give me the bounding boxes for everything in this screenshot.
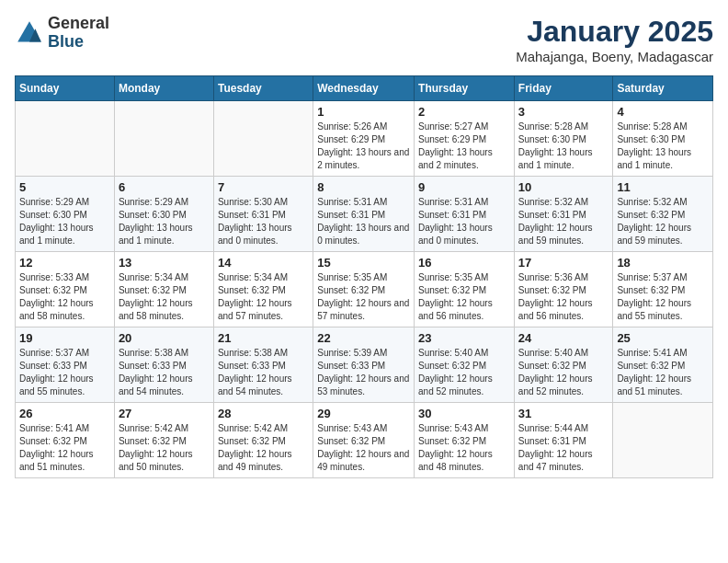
logo-icon	[15, 18, 44, 48]
day-info: Sunrise: 5:31 AM Sunset: 6:31 PM Dayligh…	[418, 196, 510, 247]
day-number: 17	[518, 256, 609, 270]
day-info: Sunrise: 5:40 AM Sunset: 6:32 PM Dayligh…	[418, 347, 510, 398]
day-cell	[16, 101, 115, 177]
day-cell: 25Sunrise: 5:41 AM Sunset: 6:32 PM Dayli…	[613, 327, 713, 403]
day-number: 25	[617, 331, 709, 345]
day-cell: 22Sunrise: 5:39 AM Sunset: 6:33 PM Dayli…	[313, 327, 415, 403]
day-info: Sunrise: 5:43 AM Sunset: 6:32 PM Dayligh…	[317, 422, 410, 474]
weekday-header-thursday: Thursday	[415, 76, 515, 101]
day-info: Sunrise: 5:41 AM Sunset: 6:32 PM Dayligh…	[617, 347, 709, 398]
day-cell: 9Sunrise: 5:31 AM Sunset: 6:31 PM Daylig…	[415, 177, 515, 252]
weekday-header-saturday: Saturday	[613, 76, 713, 101]
day-info: Sunrise: 5:36 AM Sunset: 6:32 PM Dayligh…	[518, 271, 609, 323]
logo-blue: Blue	[48, 33, 109, 52]
day-number: 30	[418, 407, 510, 420]
day-info: Sunrise: 5:26 AM Sunset: 6:29 PM Dayligh…	[317, 121, 410, 172]
day-cell	[213, 101, 313, 177]
day-info: Sunrise: 5:34 AM Sunset: 6:32 PM Dayligh…	[218, 271, 309, 323]
day-number: 26	[19, 407, 110, 420]
day-info: Sunrise: 5:37 AM Sunset: 6:32 PM Dayligh…	[617, 271, 709, 323]
day-cell: 3Sunrise: 5:28 AM Sunset: 6:30 PM Daylig…	[514, 101, 613, 177]
day-number: 12	[19, 256, 110, 270]
calendar-table: SundayMondayTuesdayWednesdayThursdayFrid…	[15, 75, 713, 478]
day-cell: 16Sunrise: 5:35 AM Sunset: 6:32 PM Dayli…	[415, 252, 515, 327]
day-number: 4	[617, 105, 709, 119]
day-cell: 28Sunrise: 5:42 AM Sunset: 6:32 PM Dayli…	[213, 403, 313, 478]
day-cell: 6Sunrise: 5:29 AM Sunset: 6:30 PM Daylig…	[114, 177, 213, 252]
day-number: 28	[218, 407, 309, 420]
day-info: Sunrise: 5:29 AM Sunset: 6:30 PM Dayligh…	[19, 196, 110, 247]
day-cell: 18Sunrise: 5:37 AM Sunset: 6:32 PM Dayli…	[613, 252, 713, 327]
day-number: 24	[518, 331, 609, 345]
day-cell: 11Sunrise: 5:32 AM Sunset: 6:32 PM Dayli…	[613, 177, 713, 252]
day-number: 19	[19, 331, 110, 345]
day-info: Sunrise: 5:35 AM Sunset: 6:32 PM Dayligh…	[317, 271, 410, 323]
week-row-0: 1Sunrise: 5:26 AM Sunset: 6:29 PM Daylig…	[16, 101, 713, 177]
day-number: 3	[518, 105, 609, 119]
title-block: January 2025 Mahajanga, Boeny, Madagasca…	[516, 15, 713, 64]
logo: General Blue	[15, 15, 109, 52]
day-number: 18	[617, 256, 709, 270]
day-cell: 1Sunrise: 5:26 AM Sunset: 6:29 PM Daylig…	[313, 101, 415, 177]
day-info: Sunrise: 5:33 AM Sunset: 6:32 PM Dayligh…	[19, 271, 110, 323]
day-number: 14	[218, 256, 309, 270]
day-cell: 19Sunrise: 5:37 AM Sunset: 6:33 PM Dayli…	[16, 327, 115, 403]
day-info: Sunrise: 5:32 AM Sunset: 6:32 PM Dayligh…	[617, 196, 709, 247]
day-number: 1	[317, 105, 410, 119]
weekday-header-monday: Monday	[114, 76, 213, 101]
day-cell: 17Sunrise: 5:36 AM Sunset: 6:32 PM Dayli…	[514, 252, 613, 327]
day-cell: 14Sunrise: 5:34 AM Sunset: 6:32 PM Dayli…	[213, 252, 313, 327]
day-info: Sunrise: 5:40 AM Sunset: 6:32 PM Dayligh…	[518, 347, 609, 398]
calendar-title: January 2025	[516, 15, 713, 49]
day-cell: 31Sunrise: 5:44 AM Sunset: 6:31 PM Dayli…	[514, 403, 613, 478]
day-number: 7	[218, 180, 309, 194]
day-number: 10	[518, 180, 609, 194]
day-info: Sunrise: 5:38 AM Sunset: 6:33 PM Dayligh…	[218, 347, 309, 398]
calendar-subtitle: Mahajanga, Boeny, Madagascar	[516, 49, 713, 64]
day-info: Sunrise: 5:37 AM Sunset: 6:33 PM Dayligh…	[19, 347, 110, 398]
logo-text: General Blue	[48, 15, 109, 52]
day-info: Sunrise: 5:30 AM Sunset: 6:31 PM Dayligh…	[218, 196, 309, 247]
day-cell: 29Sunrise: 5:43 AM Sunset: 6:32 PM Dayli…	[313, 403, 415, 478]
day-info: Sunrise: 5:34 AM Sunset: 6:32 PM Dayligh…	[119, 271, 210, 323]
day-cell: 15Sunrise: 5:35 AM Sunset: 6:32 PM Dayli…	[313, 252, 415, 327]
day-cell: 10Sunrise: 5:32 AM Sunset: 6:31 PM Dayli…	[514, 177, 613, 252]
week-row-4: 26Sunrise: 5:41 AM Sunset: 6:32 PM Dayli…	[16, 403, 713, 478]
day-cell: 26Sunrise: 5:41 AM Sunset: 6:32 PM Dayli…	[16, 403, 115, 478]
weekday-header-row: SundayMondayTuesdayWednesdayThursdayFrid…	[16, 76, 713, 101]
day-info: Sunrise: 5:35 AM Sunset: 6:32 PM Dayligh…	[418, 271, 510, 323]
day-cell: 13Sunrise: 5:34 AM Sunset: 6:32 PM Dayli…	[114, 252, 213, 327]
day-info: Sunrise: 5:27 AM Sunset: 6:29 PM Dayligh…	[418, 121, 510, 172]
page-header: General Blue January 2025 Mahajanga, Boe…	[15, 15, 713, 64]
day-cell: 27Sunrise: 5:42 AM Sunset: 6:32 PM Dayli…	[114, 403, 213, 478]
day-info: Sunrise: 5:43 AM Sunset: 6:32 PM Dayligh…	[418, 422, 510, 474]
day-number: 8	[317, 180, 410, 194]
day-info: Sunrise: 5:39 AM Sunset: 6:33 PM Dayligh…	[317, 347, 410, 398]
week-row-3: 19Sunrise: 5:37 AM Sunset: 6:33 PM Dayli…	[16, 327, 713, 403]
day-cell: 21Sunrise: 5:38 AM Sunset: 6:33 PM Dayli…	[213, 327, 313, 403]
day-info: Sunrise: 5:38 AM Sunset: 6:33 PM Dayligh…	[119, 347, 210, 398]
day-number: 2	[418, 105, 510, 119]
day-number: 6	[119, 180, 210, 194]
day-number: 9	[418, 180, 510, 194]
weekday-header-wednesday: Wednesday	[313, 76, 415, 101]
day-cell: 24Sunrise: 5:40 AM Sunset: 6:32 PM Dayli…	[514, 327, 613, 403]
day-number: 27	[119, 407, 210, 420]
day-number: 13	[119, 256, 210, 270]
day-number: 5	[19, 180, 110, 194]
day-cell: 20Sunrise: 5:38 AM Sunset: 6:33 PM Dayli…	[114, 327, 213, 403]
day-info: Sunrise: 5:31 AM Sunset: 6:31 PM Dayligh…	[317, 196, 410, 247]
day-cell: 8Sunrise: 5:31 AM Sunset: 6:31 PM Daylig…	[313, 177, 415, 252]
day-number: 23	[418, 331, 510, 345]
day-number: 16	[418, 256, 510, 270]
day-number: 22	[317, 331, 410, 345]
week-row-2: 12Sunrise: 5:33 AM Sunset: 6:32 PM Dayli…	[16, 252, 713, 327]
day-cell	[613, 403, 713, 478]
day-info: Sunrise: 5:42 AM Sunset: 6:32 PM Dayligh…	[218, 422, 309, 474]
day-info: Sunrise: 5:29 AM Sunset: 6:30 PM Dayligh…	[119, 196, 210, 247]
weekday-header-friday: Friday	[514, 76, 613, 101]
day-info: Sunrise: 5:28 AM Sunset: 6:30 PM Dayligh…	[617, 121, 709, 172]
week-row-1: 5Sunrise: 5:29 AM Sunset: 6:30 PM Daylig…	[16, 177, 713, 252]
day-info: Sunrise: 5:44 AM Sunset: 6:31 PM Dayligh…	[518, 422, 609, 474]
day-info: Sunrise: 5:42 AM Sunset: 6:32 PM Dayligh…	[119, 422, 210, 474]
